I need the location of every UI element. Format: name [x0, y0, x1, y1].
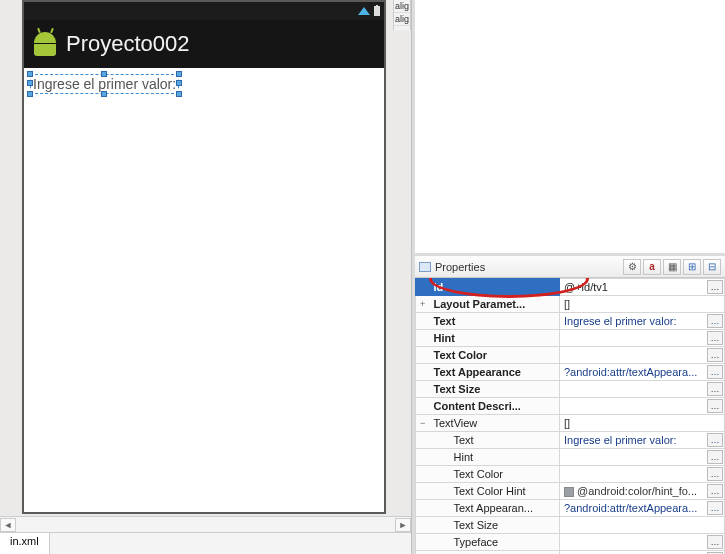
prop-key[interactable]: Text Size [430, 381, 560, 398]
more-button[interactable]: … [707, 365, 723, 379]
prop-key[interactable]: Text Color [430, 466, 560, 483]
expand-all-button[interactable]: ⊞ [683, 259, 701, 275]
expander-icon[interactable] [416, 381, 430, 398]
scroll-right-icon[interactable]: ► [395, 518, 411, 532]
prop-key[interactable]: Hint [430, 330, 560, 347]
prop-value[interactable]: … [560, 381, 725, 398]
prop-key[interactable]: Text Color [430, 347, 560, 364]
expander-icon[interactable] [416, 347, 430, 364]
palette-sliver[interactable]: alig alig [393, 0, 411, 30]
prop-value[interactable]: … [560, 534, 725, 551]
right-pane: Properties ⚙ a ▦ ⊞ ⊟ Id@+id/tv1…+Layout … [412, 0, 725, 554]
horizontal-scrollbar[interactable]: ◄ ► [0, 516, 411, 532]
prop-key[interactable]: Hint [430, 449, 560, 466]
tree-line [416, 500, 430, 517]
prop-key[interactable]: Text Appearance [430, 364, 560, 381]
prop-value[interactable]: … [560, 449, 725, 466]
expander-icon[interactable] [416, 279, 430, 296]
android-icon [34, 32, 56, 56]
more-button[interactable]: … [707, 382, 723, 396]
battery-icon [374, 6, 380, 16]
resize-handle[interactable] [27, 80, 33, 86]
resize-handle[interactable] [27, 91, 33, 97]
prop-key[interactable]: Content Descri... [430, 398, 560, 415]
expander-icon[interactable]: + [416, 296, 430, 313]
prop-key[interactable]: Text Size [430, 517, 560, 534]
layout-content-area[interactable]: Ingrese el primer valor: [24, 68, 384, 512]
more-button[interactable]: … [707, 331, 723, 345]
more-button[interactable]: … [707, 399, 723, 413]
resize-handle[interactable] [101, 71, 107, 77]
sort-alpha-button[interactable]: a [643, 259, 661, 275]
more-button[interactable]: … [707, 314, 723, 328]
prop-key[interactable]: Typeface [430, 534, 560, 551]
expander-icon[interactable]: − [416, 415, 430, 432]
more-button[interactable]: … [707, 348, 723, 362]
resize-handle[interactable] [27, 71, 33, 77]
prop-key[interactable]: Id [430, 279, 560, 296]
tree-line [416, 551, 430, 554]
more-button[interactable]: … [707, 433, 723, 447]
prop-value[interactable]: … [560, 398, 725, 415]
prop-value[interactable]: @+id/tv1… [560, 279, 725, 296]
prop-value[interactable]: Ingrese el primer valor:… [560, 313, 725, 330]
prop-key[interactable]: Text [430, 313, 560, 330]
prop-value[interactable] [560, 517, 725, 534]
tree-line [416, 483, 430, 500]
layout-editor-pane: Proyecto002 Ingrese el primer valor: [0, 0, 412, 554]
wifi-icon [358, 7, 370, 15]
prop-value[interactable]: ?android:attr/textAppeara...… [560, 364, 725, 381]
expander-icon[interactable] [416, 398, 430, 415]
expander-icon[interactable] [416, 313, 430, 330]
prop-value[interactable]: [] [560, 296, 725, 313]
prop-value[interactable]: … [560, 330, 725, 347]
device-screen: Proyecto002 Ingrese el primer valor: [24, 2, 384, 512]
editor-tabbar: in.xml [0, 532, 411, 554]
outline-placeholder [415, 0, 725, 256]
prop-key[interactable]: Text Color Hint [430, 483, 560, 500]
collapse-all-button[interactable]: ⊟ [703, 259, 721, 275]
prop-value[interactable]: ?android:attr/textAppeara...… [560, 500, 725, 517]
more-button[interactable]: … [707, 280, 723, 294]
prop-value[interactable]: [] [560, 415, 725, 432]
more-button[interactable]: … [707, 484, 723, 498]
tree-line [416, 534, 430, 551]
app-bar: Proyecto002 [24, 20, 384, 68]
resize-handle[interactable] [176, 91, 182, 97]
prop-value[interactable]: … [560, 466, 725, 483]
prop-key[interactable]: Text [430, 432, 560, 449]
properties-header: Properties ⚙ a ▦ ⊞ ⊟ [415, 256, 725, 278]
prop-key[interactable]: Layout Paramet... [430, 296, 560, 313]
palette-item[interactable]: alig [394, 0, 410, 13]
more-button[interactable]: … [707, 535, 723, 549]
expander-icon[interactable] [416, 330, 430, 347]
app-title: Proyecto002 [66, 31, 190, 57]
prop-value[interactable]: @android:color/hint_fo...… [560, 483, 725, 500]
resize-handle[interactable] [101, 91, 107, 97]
prop-value[interactable]: … [560, 347, 725, 364]
categorize-button[interactable]: ▦ [663, 259, 681, 275]
scroll-left-icon[interactable]: ◄ [0, 518, 16, 532]
palette-item[interactable]: alig [394, 13, 410, 26]
tree-line [416, 449, 430, 466]
expander-icon[interactable] [416, 364, 430, 381]
resize-handle[interactable] [176, 71, 182, 77]
resize-handle[interactable] [176, 80, 182, 86]
more-button[interactable]: … [707, 501, 723, 515]
tree-line [416, 466, 430, 483]
properties-title: Properties [435, 261, 485, 273]
prop-value[interactable]: Ingrese el primer valor:… [560, 432, 725, 449]
prop-value[interactable]: … [560, 551, 725, 554]
more-button[interactable]: … [707, 450, 723, 464]
editor-tab[interactable]: in.xml [0, 533, 50, 554]
tree-line [416, 517, 430, 534]
more-button[interactable]: … [707, 467, 723, 481]
device-canvas[interactable]: Proyecto002 Ingrese el primer valor: [0, 0, 411, 516]
prop-group[interactable]: TextView [430, 415, 560, 432]
prop-key[interactable]: Text Style [430, 551, 560, 554]
textview-text: Ingrese el primer valor: [33, 76, 176, 92]
prop-key[interactable]: Text Appearan... [430, 500, 560, 517]
properties-grid[interactable]: Id@+id/tv1…+Layout Paramet...[]TextIngre… [415, 278, 725, 554]
show-advanced-button[interactable]: ⚙ [623, 259, 641, 275]
selected-textview[interactable]: Ingrese el primer valor: [30, 74, 179, 94]
